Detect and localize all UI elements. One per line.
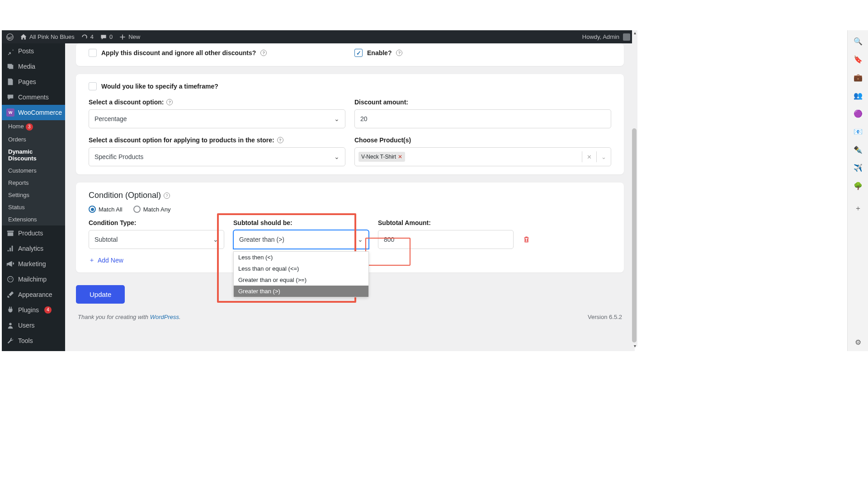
- scroll-down-icon[interactable]: ▾: [632, 343, 637, 348]
- chevron-down-icon[interactable]: ⌄: [596, 151, 611, 162]
- sidebar-item-analytics[interactable]: Analytics: [2, 241, 65, 256]
- main-content: Apply this discount and ignore all other…: [65, 43, 635, 351]
- chevron-down-icon: ⌄: [334, 153, 340, 160]
- sidebar-item-products[interactable]: Products: [2, 225, 65, 241]
- right-rail: 🔍 🔖 💼 👥 🟣 📧 ✒️ ✈️ 🌳 ＋ ⚙: [847, 30, 868, 351]
- help-icon[interactable]: ?: [166, 99, 173, 105]
- subtotal-should-dropdown: Less then (<) Less than or equal (<=) Gr…: [233, 251, 369, 297]
- brush-icon: [6, 291, 14, 299]
- svg-point-4: [9, 323, 11, 325]
- discount-card-top: Apply this discount and ignore all other…: [76, 43, 624, 66]
- submenu-extensions[interactable]: Extensions: [2, 213, 65, 225]
- account-menu[interactable]: Howdy, Admin: [582, 33, 630, 41]
- condition-type-select[interactable]: Subtotal ⌄: [89, 230, 224, 249]
- outlook-icon[interactable]: 📧: [854, 127, 863, 136]
- chart-icon: [6, 244, 14, 253]
- woocommerce-submenu: Home3 Orders Dynamic Discounts Customers…: [2, 120, 65, 225]
- footer: Thank you for creating with WordPress. V…: [76, 304, 624, 322]
- office-icon[interactable]: 🟣: [854, 109, 863, 118]
- submenu-settings[interactable]: Settings: [2, 189, 65, 201]
- search-icon[interactable]: 🔍: [854, 37, 863, 46]
- timeframe-label: Would you like to specify a timeframe?: [101, 83, 218, 90]
- gear-icon[interactable]: ⚙: [854, 338, 863, 347]
- user-icon: [6, 321, 14, 329]
- sidebar-item-mailchimp[interactable]: Mailchimp: [2, 272, 65, 287]
- help-icon[interactable]: ?: [277, 137, 283, 143]
- apply-ignore-checkbox[interactable]: [89, 49, 97, 57]
- sidebar-item-comments[interactable]: Comments: [2, 89, 65, 105]
- dd-option-lt[interactable]: Less then (<): [234, 252, 368, 263]
- sidebar-item-media[interactable]: Media: [2, 59, 65, 74]
- apply-products-label: Select a discount option for applying to…: [89, 136, 345, 144]
- discount-amount-input[interactable]: [354, 109, 611, 128]
- match-any-radio[interactable]: Match Any: [133, 206, 171, 213]
- plus-icon: ＋: [89, 256, 95, 264]
- wordpress-logo-icon[interactable]: [6, 33, 14, 41]
- sidebar-item-posts[interactable]: Posts: [2, 43, 65, 59]
- discount-option-select[interactable]: Percentage ⌄: [89, 109, 345, 128]
- tag-icon[interactable]: 🔖: [854, 55, 863, 64]
- admin-sidebar: Posts Media Pages Comments WWooCommerce …: [2, 43, 65, 351]
- sidebar-item-tools[interactable]: Tools: [2, 333, 65, 348]
- help-icon[interactable]: ?: [396, 50, 402, 56]
- home-icon: [20, 33, 27, 41]
- apply-ignore-label: Apply this discount and ignore all other…: [101, 49, 256, 56]
- add-app-icon[interactable]: ＋: [854, 204, 863, 213]
- people-icon[interactable]: 👥: [854, 91, 863, 100]
- scroll-up-icon[interactable]: ▴: [632, 30, 637, 35]
- wrench-icon: [6, 337, 14, 345]
- choose-products-input[interactable]: V-Neck T-Shirt✕ ✕ ⌄: [354, 147, 611, 166]
- tree-icon[interactable]: 🌳: [854, 181, 863, 190]
- discount-amount-label: Discount amount:: [354, 99, 611, 106]
- archive-icon: [6, 229, 14, 237]
- comments-link[interactable]: 0: [100, 33, 113, 41]
- help-icon[interactable]: ?: [260, 50, 267, 56]
- page-icon: [6, 78, 14, 86]
- admin-bar: All Pink No Blues 4 0 New Howdy, Admin: [2, 30, 635, 43]
- sidebar-item-pages[interactable]: Pages: [2, 74, 65, 89]
- sidebar-item-appearance[interactable]: Appearance: [2, 287, 65, 302]
- updates-link[interactable]: 4: [81, 33, 94, 41]
- briefcase-icon[interactable]: 💼: [854, 73, 863, 82]
- enable-checkbox[interactable]: [354, 49, 363, 57]
- delete-condition-button[interactable]: [523, 235, 532, 244]
- discount-card-config: Would you like to specify a timeframe? S…: [76, 74, 624, 174]
- refresh-icon: [81, 33, 88, 41]
- subtotal-amount-input[interactable]: [378, 230, 514, 249]
- svg-point-3: [11, 278, 12, 279]
- wordpress-link[interactable]: WordPress: [150, 314, 179, 320]
- sidebar-item-users[interactable]: Users: [2, 318, 65, 333]
- sidebar-item-wpsettings[interactable]: Settings: [2, 348, 65, 351]
- new-content-link[interactable]: New: [119, 33, 140, 41]
- clear-icon[interactable]: ✕: [582, 151, 596, 162]
- send-icon[interactable]: ✈️: [854, 163, 863, 172]
- submenu-dynamic-discounts[interactable]: Dynamic Discounts: [2, 145, 65, 164]
- tag-remove-icon[interactable]: ✕: [398, 154, 402, 160]
- timeframe-checkbox[interactable]: [89, 82, 97, 90]
- dd-option-lte[interactable]: Less than or equal (<=): [234, 263, 368, 274]
- pen-icon[interactable]: ✒️: [854, 145, 863, 154]
- dd-option-gte[interactable]: Greater than or equal (>=): [234, 274, 368, 286]
- sidebar-item-marketing[interactable]: Marketing: [2, 256, 65, 272]
- pin-icon: [6, 47, 14, 55]
- subtotal-should-select[interactable]: Greater than (>) ⌄: [233, 230, 369, 249]
- sidebar-item-woocommerce[interactable]: WWooCommerce: [2, 105, 65, 120]
- sidebar-item-plugins[interactable]: Plugins4: [2, 302, 65, 318]
- submenu-status[interactable]: Status: [2, 201, 65, 213]
- submenu-home[interactable]: Home3: [2, 120, 65, 133]
- comment-icon: [100, 33, 107, 41]
- svg-point-1: [8, 277, 14, 282]
- apply-products-select[interactable]: Specific Products ⌄: [89, 147, 345, 166]
- site-link[interactable]: All Pink No Blues: [20, 33, 75, 41]
- submenu-reports[interactable]: Reports: [2, 177, 65, 189]
- scrollbar-thumb[interactable]: [632, 128, 637, 343]
- match-all-radio[interactable]: Match All: [89, 206, 123, 213]
- megaphone-icon: [6, 260, 14, 268]
- submenu-customers[interactable]: Customers: [2, 164, 65, 177]
- badge: 3: [26, 123, 33, 131]
- help-icon[interactable]: ?: [164, 192, 170, 199]
- enable-label: Enable?: [367, 49, 392, 56]
- dd-option-gt[interactable]: Greater than (>): [234, 286, 368, 297]
- submenu-orders[interactable]: Orders: [2, 133, 65, 145]
- update-button[interactable]: Update: [76, 285, 125, 304]
